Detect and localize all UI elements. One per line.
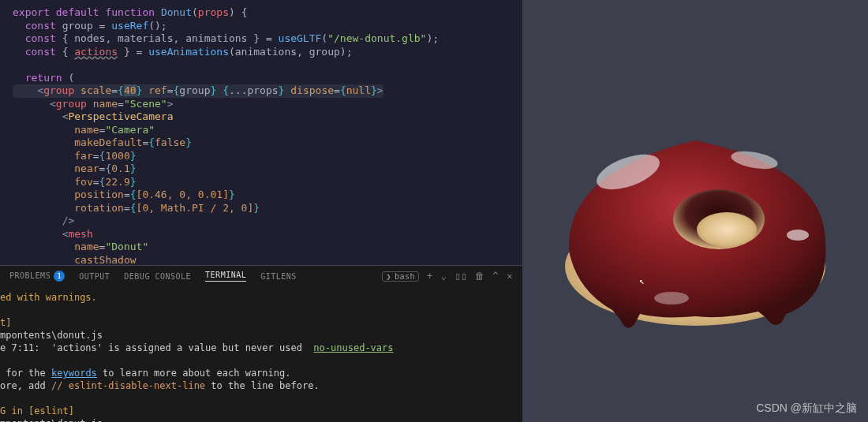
tab-terminal[interactable]: TERMINAL (205, 271, 246, 282)
preview-panel[interactable]: ↖ CSDN @新缸中之脑 (522, 0, 868, 422)
terminal-panel: PROBLEMS1 OUTPUT DEBUG CONSOLE TERMINAL … (0, 266, 522, 422)
svg-point-2 (697, 212, 757, 247)
close-icon[interactable]: ✕ (507, 271, 513, 282)
tab-problems[interactable]: PROBLEMS1 (9, 271, 65, 282)
tab-debug-console[interactable]: DEBUG CONSOLE (124, 272, 191, 281)
shell-selector[interactable]: ❯bash (382, 271, 419, 282)
split-panel-icon[interactable]: ▯▯ (455, 271, 467, 282)
donut-3d-render (549, 65, 841, 357)
chevron-up-icon[interactable]: ^ (493, 271, 499, 282)
watermark-text: CSDN @新缸中之脑 (756, 401, 857, 416)
chevron-down-icon[interactable]: ⌄ (441, 271, 447, 282)
trash-icon[interactable]: 🗑 (475, 271, 485, 282)
svg-point-6 (654, 292, 689, 304)
tab-output[interactable]: OUTPUT (79, 272, 110, 281)
terminal-output[interactable]: ed with warnings. t] mpontents\donut.js … (0, 286, 522, 422)
svg-point-5 (787, 230, 809, 241)
tab-gitlens[interactable]: GITLENS (260, 272, 297, 281)
code-editor[interactable]: export default function Donut(props) { c… (0, 0, 522, 265)
cursor-icon: ↖ (639, 276, 645, 286)
add-terminal-icon[interactable]: + (427, 271, 433, 282)
terminal-tab-bar: PROBLEMS1 OUTPUT DEBUG CONSOLE TERMINAL … (0, 266, 522, 286)
problems-badge: 1 (54, 271, 65, 282)
